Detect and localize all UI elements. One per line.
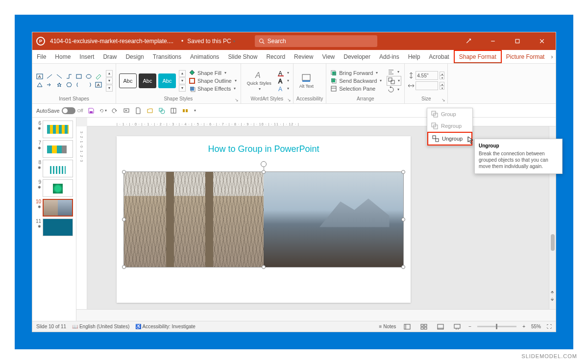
alt-text-button[interactable]: Alt Text — [296, 73, 317, 89]
style-swatch-3[interactable]: Abc — [158, 73, 176, 88]
thumb-8[interactable]: 8✱ — [32, 159, 76, 178]
text-fill-button[interactable]: A▾ — [276, 69, 290, 77]
normal-view-icon[interactable] — [402, 323, 413, 331]
close-button[interactable] — [532, 32, 552, 50]
textbox2-icon[interactable]: A — [94, 81, 103, 89]
thumb-7[interactable]: 7✱ — [32, 139, 76, 159]
align-button[interactable]: ▾ — [387, 68, 401, 76]
undo-icon[interactable]: ▾ — [99, 107, 107, 115]
thumb-9[interactable]: 9✱ — [32, 178, 76, 198]
tab-review[interactable]: Review — [290, 50, 318, 63]
tab-help[interactable]: Help — [404, 50, 425, 63]
quick-styles-button[interactable]: A Quick Styles▾ — [244, 70, 274, 91]
autosave-toggle[interactable]: AutoSaveOff — [36, 107, 83, 114]
slide-thumbnails[interactable]: 6✱ 7✱ 8✱ 9✱ 10✱ 11✱ — [32, 118, 76, 321]
tab-design[interactable]: Design — [121, 50, 148, 63]
open-icon[interactable] — [146, 107, 154, 115]
notes-button[interactable]: ≡ Notes — [379, 324, 396, 329]
width-input[interactable] — [416, 81, 438, 90]
tab-file[interactable]: File — [32, 50, 50, 63]
connector-icon[interactable] — [65, 73, 74, 80]
redo-icon[interactable] — [111, 107, 119, 115]
maximize-button[interactable] — [508, 32, 527, 50]
notes-area[interactable] — [76, 309, 556, 321]
tab-view[interactable]: View — [318, 50, 339, 63]
fit-window-icon[interactable]: ⛶ — [547, 324, 552, 329]
tab-developer[interactable]: Developer — [339, 50, 375, 63]
thumb-11[interactable]: 11✱ — [32, 218, 76, 237]
sorter-view-icon[interactable] — [418, 323, 429, 331]
accessibility-status[interactable]: ♿ Accessibility: Investigate — [135, 324, 196, 329]
dialog-launcher-icon[interactable]: ↘ — [235, 97, 239, 102]
tab-draw[interactable]: Draw — [98, 50, 121, 63]
qat-customize-icon[interactable]: ▾ — [194, 108, 196, 113]
tab-slideshow[interactable]: Slide Show — [223, 50, 262, 63]
tab-addins[interactable]: Add-ins — [375, 50, 404, 63]
shape-fill-button[interactable]: Shape Fill▾ — [188, 69, 238, 77]
shape-outline-button[interactable]: Shape Outline▾ — [188, 77, 238, 85]
width-spinner[interactable]: ▴▾ — [440, 82, 444, 90]
styles-scroll[interactable]: ▴▾▾ — [179, 70, 186, 92]
shapes-gallery[interactable]: A A — [35, 73, 103, 89]
new-file-icon[interactable] — [134, 107, 142, 115]
layout-qat-icon[interactable] — [170, 107, 177, 115]
textbox-icon[interactable]: A — [35, 73, 44, 80]
tri-icon[interactable] — [35, 81, 44, 89]
resize-handle[interactable] — [262, 265, 266, 269]
rotate-handle[interactable] — [261, 161, 267, 167]
group-objects-button[interactable]: ▾ — [387, 76, 401, 86]
line-icon[interactable] — [45, 73, 54, 80]
save-icon[interactable] — [87, 107, 95, 115]
line2-icon[interactable] — [55, 73, 64, 80]
minimize-button[interactable] — [483, 32, 503, 50]
thumb-10[interactable]: 10✱ — [32, 198, 76, 218]
oval-icon[interactable] — [84, 73, 93, 80]
search-input[interactable]: Search — [255, 35, 377, 47]
tab-picture-format[interactable]: Picture Format — [502, 50, 549, 63]
tab-insert[interactable]: Insert — [75, 50, 98, 63]
dialog-launcher-icon[interactable]: ↘ — [441, 97, 445, 102]
resize-handle[interactable] — [122, 265, 126, 269]
zoom-level[interactable]: 55% — [531, 324, 541, 329]
star-icon[interactable] — [55, 81, 64, 89]
coming-soon-icon[interactable] — [459, 32, 478, 50]
ungroup-menu-item[interactable]: Ungroup — [427, 132, 472, 146]
hex-icon[interactable] — [65, 81, 74, 89]
save-status[interactable]: Saved to this PC ▾ — [178, 38, 235, 45]
style-swatch-2[interactable]: Abc — [139, 73, 156, 88]
slide-canvas[interactable]: How to Group in PowerPoint — [117, 136, 411, 303]
resize-handle[interactable] — [122, 218, 126, 221]
reading-view-icon[interactable] — [435, 323, 446, 331]
tab-transitions[interactable]: Transitions — [148, 50, 186, 63]
scroll-thumb[interactable] — [551, 234, 555, 251]
brace2-icon[interactable] — [84, 81, 93, 89]
tab-acrobat[interactable]: Acrobat — [424, 50, 453, 63]
thumb-6[interactable]: 6✱ — [32, 120, 76, 139]
prev-slide-icon[interactable]: ⬘ — [549, 289, 556, 295]
shapes-qat-icon[interactable] — [158, 107, 166, 115]
zoom-out-button[interactable]: − — [468, 324, 471, 329]
image-bridge[interactable] — [124, 172, 264, 267]
resize-handle[interactable] — [262, 170, 266, 174]
resize-handle[interactable] — [401, 170, 405, 174]
gallery-scroll[interactable]: ▴▾▾ — [106, 70, 113, 92]
tab-animations[interactable]: Animations — [186, 50, 223, 63]
selection-pane-button[interactable]: Selection Pane — [329, 85, 383, 93]
tab-shape-format[interactable]: Shape Format — [454, 50, 502, 63]
text-effects-button[interactable]: A▾ — [276, 85, 290, 93]
zoom-slider[interactable] — [477, 326, 516, 327]
resize-handle[interactable] — [122, 170, 126, 174]
language-indicator[interactable]: 📖 English (United States) — [72, 324, 129, 329]
bring-forward-button[interactable]: Bring Forward▾ — [329, 69, 383, 77]
brace-icon[interactable] — [74, 81, 83, 89]
from-beginning-icon[interactable] — [122, 107, 130, 115]
tab-overflow[interactable]: › — [549, 50, 555, 63]
zoom-in-button[interactable]: + — [522, 324, 525, 329]
selected-group[interactable] — [123, 171, 404, 267]
shape-effects-button[interactable]: Shape Effects▾ — [188, 85, 238, 93]
height-spinner[interactable]: ▴▾ — [440, 72, 444, 79]
next-slide-icon[interactable]: ⬙ — [549, 295, 556, 302]
send-backward-button[interactable]: Send Backward▾ — [329, 77, 383, 85]
rect-icon[interactable] — [74, 73, 83, 80]
slideshow-view-icon[interactable] — [452, 323, 463, 331]
